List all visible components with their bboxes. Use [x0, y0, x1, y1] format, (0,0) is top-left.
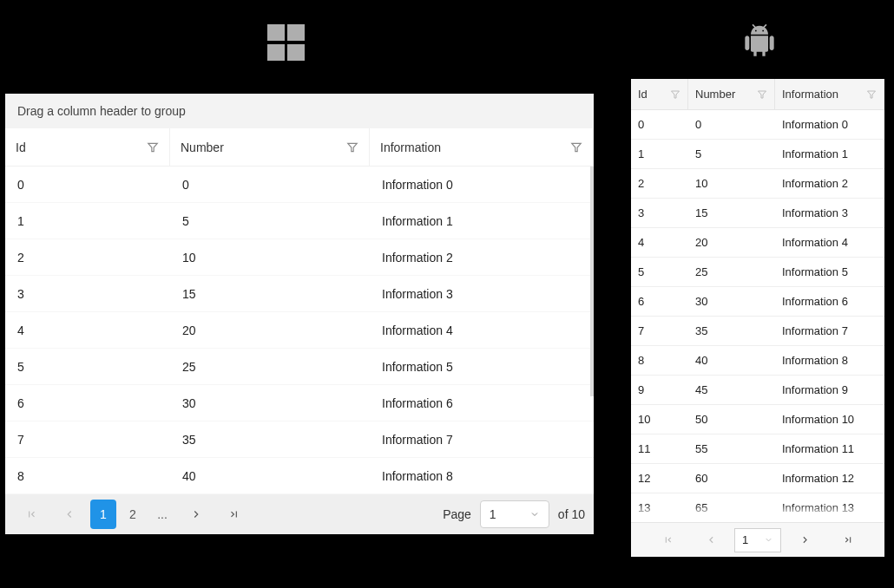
- cell-id: 2: [631, 169, 688, 198]
- page-first-button[interactable]: [14, 500, 49, 529]
- table-row[interactable]: 525Information 5: [631, 258, 884, 287]
- pager: 1 2 ... Page 1: [5, 494, 594, 534]
- table-row[interactable]: 630Information 6: [5, 385, 594, 421]
- cell-id: 10: [631, 405, 688, 434]
- cell-info: Information 4: [775, 228, 884, 257]
- grid-body[interactable]: 00Information 015Information 1210Informa…: [631, 110, 884, 522]
- column-header-label: Information: [380, 140, 441, 154]
- table-row[interactable]: 210Information 2: [631, 169, 884, 199]
- column-headers: Id Number Information: [5, 128, 594, 167]
- table-row[interactable]: 525Information 5: [5, 349, 594, 385]
- table-row[interactable]: 15Information 1: [5, 203, 594, 239]
- table-row[interactable]: 840Information 8: [5, 458, 594, 494]
- cell-number: 5: [688, 140, 775, 168]
- filter-icon[interactable]: [570, 141, 582, 154]
- windows-icon: [267, 24, 306, 61]
- column-header-id[interactable]: Id: [631, 79, 688, 109]
- table-row[interactable]: 945Information 9: [631, 376, 884, 405]
- chevron-down-icon: [764, 535, 773, 545]
- android-icon: [742, 23, 777, 61]
- cell-id: 6: [5, 385, 170, 421]
- page-select[interactable]: 1: [480, 500, 549, 528]
- page-last-button[interactable]: [217, 500, 252, 529]
- column-header-label: Number: [181, 140, 224, 154]
- page-number-label: 2: [129, 507, 136, 521]
- page-number-2[interactable]: 2: [120, 500, 146, 529]
- table-row[interactable]: 420Information 4: [5, 312, 594, 349]
- cell-number: 30: [688, 287, 775, 316]
- cell-info: Information 9: [775, 376, 884, 404]
- table-row[interactable]: 1155Information 11: [631, 434, 884, 464]
- chevron-down-icon: [529, 509, 540, 519]
- grid-body[interactable]: 00Information 015Information 1210Informa…: [5, 167, 594, 494]
- cell-number: 15: [688, 199, 775, 227]
- page-last-button[interactable]: [828, 527, 868, 553]
- cell-number: 55: [688, 434, 775, 463]
- scrollbar-vertical[interactable]: [590, 167, 594, 396]
- cell-info: Information 11: [775, 434, 884, 463]
- cell-id: 6: [631, 287, 688, 316]
- cell-id: 2: [5, 239, 170, 275]
- cell-number: 50: [688, 405, 775, 434]
- svg-marker-2: [572, 143, 582, 151]
- cell-info: Information 10: [775, 405, 884, 434]
- cell-id: 7: [631, 317, 688, 345]
- page-prev-button[interactable]: [691, 527, 731, 553]
- page-number-1[interactable]: 1: [90, 500, 116, 529]
- table-row[interactable]: 735Information 7: [631, 317, 884, 346]
- cell-number: 40: [170, 458, 370, 493]
- table-row[interactable]: 420Information 4: [631, 228, 884, 258]
- column-header-information[interactable]: Information: [775, 79, 884, 109]
- cell-info: Information 5: [775, 258, 884, 286]
- table-row[interactable]: 210Information 2: [5, 239, 594, 276]
- table-row[interactable]: 735Information 7: [5, 421, 594, 458]
- filter-icon[interactable]: [147, 141, 159, 154]
- page-next-button[interactable]: [785, 527, 825, 553]
- page-select-value: 1: [742, 533, 748, 546]
- cell-number: 10: [688, 169, 775, 198]
- android-datagrid: Id Number Information 00Information 015I…: [631, 79, 884, 557]
- table-row[interactable]: 15Information 1: [631, 140, 884, 169]
- table-row[interactable]: 1260Information 12: [631, 464, 884, 493]
- cell-id: 8: [631, 346, 688, 375]
- table-row[interactable]: 00Information 0: [5, 167, 594, 203]
- cell-number: 0: [688, 110, 775, 139]
- group-drop-area[interactable]: Drag a column header to group: [5, 94, 594, 128]
- table-row[interactable]: 00Information 0: [631, 110, 884, 140]
- cell-id: 8: [5, 458, 170, 493]
- cell-info: Information 12: [775, 464, 884, 493]
- filter-icon[interactable]: [346, 141, 358, 154]
- page-prev-button[interactable]: [52, 500, 87, 529]
- column-header-information[interactable]: Information: [370, 128, 594, 166]
- cell-id: 1: [5, 203, 170, 238]
- cell-id: 12: [631, 464, 688, 493]
- page-select[interactable]: 1: [734, 528, 781, 552]
- column-headers: Id Number Information: [631, 79, 884, 110]
- cell-info: Information 0: [370, 167, 594, 202]
- column-header-id[interactable]: Id: [5, 128, 170, 166]
- column-header-number[interactable]: Number: [170, 128, 370, 166]
- cell-number: 5: [170, 203, 370, 238]
- table-row[interactable]: 1050Information 10: [631, 405, 884, 434]
- filter-icon[interactable]: [670, 89, 680, 100]
- column-header-number[interactable]: Number: [688, 79, 775, 109]
- table-row[interactable]: 315Information 3: [5, 276, 594, 312]
- page-first-button[interactable]: [647, 527, 687, 553]
- table-row[interactable]: 315Information 3: [631, 199, 884, 228]
- cell-info: Information 5: [370, 349, 594, 384]
- filter-icon[interactable]: [866, 89, 877, 100]
- cell-id: 0: [5, 167, 170, 202]
- page-next-button[interactable]: [179, 500, 214, 529]
- page-number-label: 1: [100, 507, 107, 521]
- cell-number: 35: [688, 317, 775, 345]
- page-ellipsis[interactable]: ...: [149, 500, 175, 529]
- cell-info: Information 1: [370, 203, 594, 238]
- table-row[interactable]: 840Information 8: [631, 346, 884, 376]
- cell-info: Information 6: [370, 385, 594, 421]
- table-row[interactable]: 630Information 6: [631, 287, 884, 317]
- filter-icon[interactable]: [757, 89, 767, 100]
- cell-id: 3: [631, 199, 688, 227]
- cell-number: 10: [170, 239, 370, 275]
- cell-number: 25: [170, 349, 370, 384]
- cell-id: 9: [631, 376, 688, 404]
